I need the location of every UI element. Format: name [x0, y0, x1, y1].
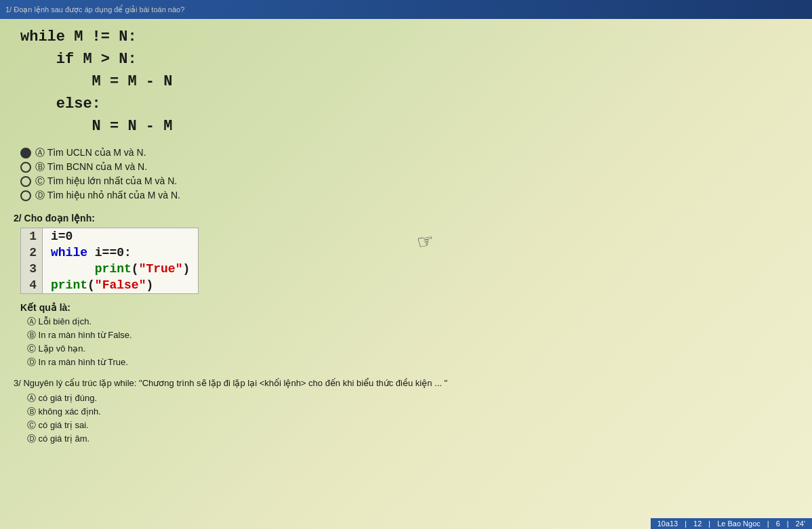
status-info2: 12	[693, 520, 702, 528]
q2-row-1: 1 i=0	[21, 228, 198, 245]
q2-options: Ⓐ Lỗi biên dịch. Ⓑ In ra màn hình từ Fal…	[27, 316, 798, 368]
q2-option-b[interactable]: Ⓑ In ra màn hình từ False.	[27, 329, 798, 341]
q1-option-b-marker	[20, 162, 31, 173]
q3-option-a[interactable]: Ⓐ có giá trị đúng.	[27, 392, 798, 404]
q2-linenum-4: 4	[21, 277, 43, 293]
question3-section: 3/ Nguyên lý cấu trúc lặp while: "Chương…	[14, 378, 798, 445]
q1-option-c-marker	[20, 176, 31, 187]
q2-linecode-3: print("True")	[43, 261, 198, 277]
q2-title: 2/ Cho đoạn lệnh:	[14, 213, 798, 224]
q1-option-a[interactable]: Ⓐ Tìm UCLN của M và N.	[20, 147, 798, 159]
q2-option-a[interactable]: Ⓐ Lỗi biên dịch.	[27, 316, 798, 328]
q3-option-d-text: Ⓓ có giá trị âm.	[27, 433, 89, 445]
q1-option-d[interactable]: Ⓓ Tìm hiệu nhỏ nhất của M và N.	[20, 190, 798, 202]
status-separator1: |	[685, 520, 687, 528]
status-info5: 24'	[796, 520, 805, 528]
q2-option-a-text: Ⓐ Lỗi biên dịch.	[27, 316, 92, 328]
q1-option-c[interactable]: Ⓒ Tìm hiệu lớn nhất của M và N.	[20, 175, 798, 188]
q2-row-3: 3 print("True")	[21, 261, 198, 277]
q2-linenum-1: 1	[21, 228, 43, 245]
code-block-q1: while M != N: if M > N: M = M - N else: …	[20, 26, 798, 137]
code-line-5: N = N - M	[20, 115, 798, 137]
status-bar: 10a13 | 12 | Le Bao Ngoc | 6 | 24'	[651, 518, 812, 529]
q1-option-a-text: Ⓐ Tìm UCLN của M và N.	[35, 147, 146, 159]
status-info1: 10a13	[657, 520, 678, 528]
q1-option-b[interactable]: Ⓑ Tìm BCNN của M và N.	[20, 161, 798, 173]
q2-row-2: 2 while i==0:	[21, 245, 198, 261]
q2-option-d[interactable]: Ⓓ In ra màn hình từ True.	[27, 356, 798, 368]
q3-option-c[interactable]: Ⓒ có giá trị sai.	[27, 419, 798, 431]
top-bar: 1/ Đoạn lệnh sau được áp dụng để giải bà…	[0, 0, 812, 19]
code-line-1: while M != N:	[20, 26, 798, 48]
q3-option-c-text: Ⓒ có giá trị sai.	[27, 419, 89, 431]
q1-option-b-text: Ⓑ Tìm BCNN của M và N.	[35, 161, 147, 173]
q2-option-b-text: Ⓑ In ra màn hình từ False.	[27, 329, 132, 341]
status-separator2: |	[708, 520, 710, 528]
q2-option-d-text: Ⓓ In ra màn hình từ True.	[27, 356, 128, 368]
status-separator3: |	[767, 520, 769, 528]
code-editor-q2: 1 i=0 2 while i==0: 3 print("True") 4 pr…	[20, 228, 199, 294]
q2-option-c[interactable]: Ⓒ Lặp vô hạn.	[27, 343, 798, 355]
code-line-2: if M > N:	[20, 48, 798, 70]
q3-option-b-text: Ⓑ không xác định.	[27, 406, 101, 418]
q3-option-d[interactable]: Ⓓ có giá trị âm.	[27, 433, 798, 445]
status-info4: 6	[776, 520, 780, 528]
q2-linenum-2: 2	[21, 245, 43, 261]
q1-option-d-text: Ⓓ Tìm hiệu nhỏ nhất của M và N.	[35, 190, 180, 202]
q1-option-c-text: Ⓒ Tìm hiệu lớn nhất của M và N.	[35, 175, 177, 188]
q2-row-4: 4 print("False")	[21, 277, 198, 293]
question2-section: 2/ Cho đoạn lệnh: 1 i=0 2 while i==0: 3 …	[14, 213, 798, 368]
q2-linecode-1: i=0	[43, 228, 81, 245]
top-bar-title: 1/ Đoạn lệnh sau được áp dụng để giải bà…	[5, 5, 184, 14]
status-separator4: |	[787, 520, 789, 528]
q1-option-d-marker	[20, 190, 31, 201]
q1-option-a-marker	[20, 148, 31, 158]
q3-option-a-text: Ⓐ có giá trị đúng.	[27, 392, 97, 404]
status-info3: Le Bao Ngoc	[717, 520, 760, 528]
q2-result-label: Kết quả là:	[20, 302, 798, 313]
q3-option-b[interactable]: Ⓑ không xác định.	[27, 406, 798, 418]
question1-section: while M != N: if M > N: M = M - N else: …	[14, 26, 798, 202]
q1-options: Ⓐ Tìm UCLN của M và N. Ⓑ Tìm BCNN của M …	[20, 147, 798, 202]
code-line-4: else:	[20, 93, 798, 115]
q3-title: 3/ Nguyên lý cấu trúc lặp while: "Chương…	[14, 378, 798, 388]
q2-linenum-3: 3	[21, 261, 43, 277]
q2-option-c-text: Ⓒ Lặp vô hạn.	[27, 343, 85, 355]
q3-options: Ⓐ có giá trị đúng. Ⓑ không xác định. Ⓒ c…	[27, 392, 798, 445]
q2-linecode-4: print("False")	[43, 277, 161, 293]
q2-linecode-2: while i==0:	[43, 245, 140, 261]
main-content: while M != N: if M > N: M = M - N else: …	[0, 19, 812, 461]
code-line-3: M = M - N	[20, 70, 798, 93]
